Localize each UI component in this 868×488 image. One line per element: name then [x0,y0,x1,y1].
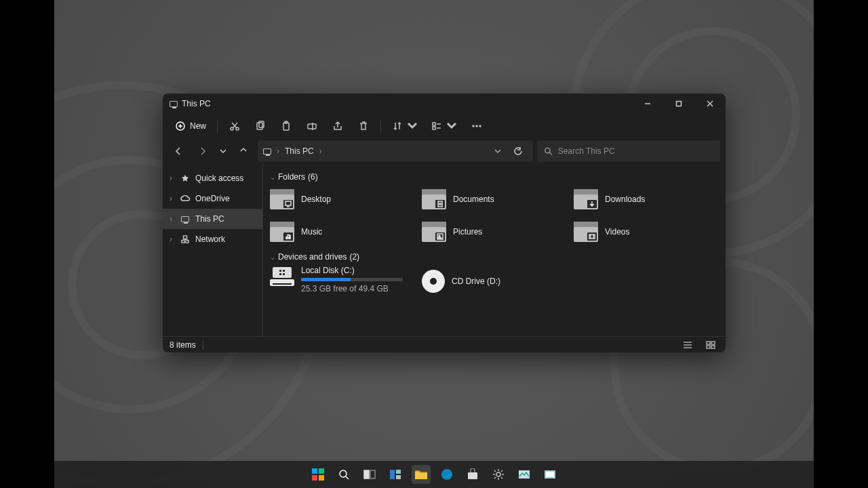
chevron-down-icon [407,121,418,131]
cloud-icon [180,194,190,203]
folder-icon [270,222,294,242]
svg-rect-26 [183,236,186,239]
windows-logo-icon [312,468,324,481]
chevron-down-icon [446,121,457,131]
item-label: Music [301,227,322,237]
this-pc-icon [263,148,271,155]
up-button[interactable] [233,141,254,161]
copy-button[interactable] [249,116,272,136]
sidebar-item-onedrive[interactable]: › OneDrive [163,188,262,209]
start-button[interactable] [309,465,328,484]
taskbar-search-button[interactable] [334,465,353,484]
drive-usage-bar [301,278,403,281]
maximize-button[interactable] [663,94,694,114]
hard-drive-icon [270,266,294,286]
edge-button[interactable] [437,465,456,484]
sidebar-item-quick-access[interactable]: › Quick access [163,168,262,188]
titlebar[interactable]: This PC [163,94,726,114]
picture-sub-icon [435,232,445,241]
view-button[interactable] [426,116,462,136]
svg-rect-29 [285,201,291,205]
app-icon [544,470,556,479]
taskbar[interactable] [54,461,814,488]
taskbar-app-1[interactable] [515,465,534,484]
delete-button[interactable] [352,116,375,136]
address-bar[interactable]: › This PC › [258,140,533,162]
svg-rect-56 [390,470,395,479]
rename-button[interactable] [300,116,323,136]
video-sub-icon [587,232,597,241]
minimize-button[interactable] [632,94,663,114]
close-button[interactable] [694,94,726,114]
address-row: › This PC › [163,138,726,164]
chevron-right-icon: › [170,214,175,224]
window-title: This PC [182,99,211,108]
chevron-down-icon: ⌄ [270,253,275,261]
svg-rect-58 [396,475,401,479]
svg-rect-43 [279,273,281,275]
svg-rect-57 [396,470,401,474]
large-icons-view-button[interactable] [703,339,719,351]
refresh-button[interactable] [509,146,528,156]
network-icon [180,235,190,244]
monitor-icon [180,214,190,224]
cd-icon [422,270,445,293]
folder-documents[interactable]: Documents [422,186,567,213]
svg-rect-60 [468,472,477,479]
folder-pictures[interactable]: Pictures [422,218,567,245]
svg-rect-18 [433,127,435,129]
item-label: Videos [605,227,629,237]
drive-label: Local Disk (C:) [301,266,415,275]
chevron-right-icon: › [277,146,279,156]
group-count: (2) [349,252,359,262]
breadcrumb[interactable]: This PC [285,146,314,156]
store-button[interactable] [463,465,482,484]
settings-button[interactable] [489,465,508,484]
sort-button[interactable] [387,116,423,136]
paste-button[interactable] [275,116,298,136]
back-button[interactable] [168,141,189,161]
document-sub-icon [435,200,445,208]
svg-rect-31 [438,201,442,207]
sidebar-item-this-pc[interactable]: › This PC [163,209,262,229]
recent-locations-button[interactable] [217,141,229,161]
chevron-down-icon: ⌄ [270,174,275,181]
taskbar-app-2[interactable] [540,465,559,484]
folder-videos[interactable]: Videos [574,218,719,245]
new-button[interactable]: New [170,116,212,136]
group-header-drives[interactable]: ⌄ Devices and drives (2) [270,252,719,262]
sidebar-item-network[interactable]: › Network [163,229,262,249]
this-pc-icon [170,101,178,107]
command-bar: New [163,114,726,138]
item-label: Documents [453,195,494,204]
svg-rect-44 [283,273,285,275]
group-header-folders[interactable]: ⌄ Folders (6) [270,172,719,182]
drive-local-c[interactable]: Local Disk (C:) 25.3 GB free of 49.4 GB [270,266,415,297]
svg-point-23 [479,125,481,127]
share-button[interactable] [326,116,349,136]
chevron-right-icon: › [170,174,175,183]
folder-downloads[interactable]: Downloads [574,186,719,213]
address-history-button[interactable] [491,148,505,155]
cut-button[interactable] [223,116,246,136]
widgets-button[interactable] [386,465,405,484]
search-input[interactable] [558,146,713,156]
folder-desktop[interactable]: Desktop [270,186,415,213]
more-button[interactable] [465,116,488,136]
content-pane[interactable]: ⌄ Folders (6) Desktop Documents Download… [263,164,726,336]
search-box[interactable] [537,140,720,162]
drive-label: CD Drive (D:) [452,277,500,286]
sidebar-item-label: Quick access [195,174,243,183]
drive-cd-d[interactable]: CD Drive (D:) [422,266,567,297]
edge-icon [441,468,453,481]
gear-icon [492,468,505,481]
svg-line-53 [346,476,349,479]
file-explorer-taskbar-button[interactable] [412,465,431,484]
svg-rect-42 [283,270,285,272]
forward-button[interactable] [193,141,213,161]
chevron-right-icon: › [170,235,175,244]
folder-music[interactable]: Music [270,218,415,245]
svg-rect-50 [707,346,710,348]
task-view-button[interactable] [360,465,379,484]
details-view-button[interactable] [679,339,696,351]
